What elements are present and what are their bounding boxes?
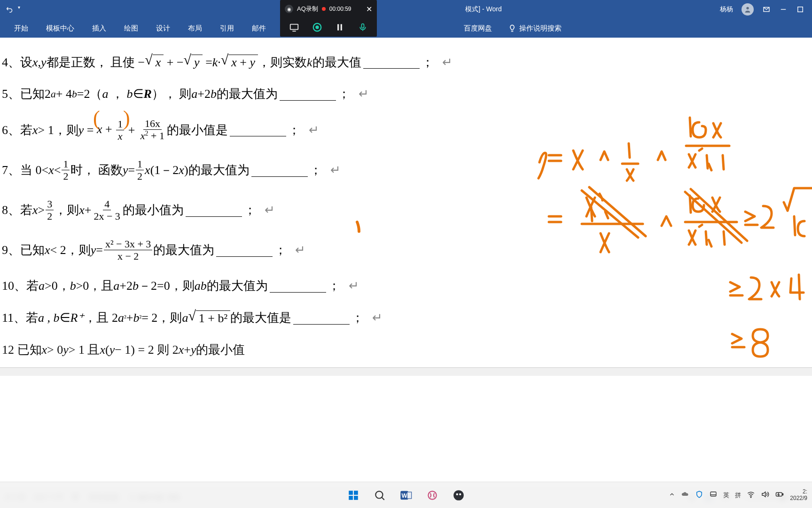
- tray-chevron-icon[interactable]: [669, 491, 675, 499]
- recorder-time: 00:00:59: [329, 6, 351, 12]
- problem-12: 12 已知 x > 0 y > 1 且 x ( y − 1) = 2 则 2 x…: [2, 342, 793, 357]
- minimize-icon[interactable]: [779, 5, 788, 14]
- svg-point-33: [751, 497, 752, 498]
- pilcrow-icon: ↵: [372, 310, 383, 325]
- pilcrow-icon: ↵: [330, 163, 341, 177]
- annotation-paren-right: ): [123, 106, 130, 131]
- problem-11: 11、若 a , b ∈ R⁺ ，且 2 a² + b² = 2，则 a √1 …: [2, 310, 793, 325]
- svg-rect-4: [290, 24, 298, 30]
- svg-point-28: [453, 490, 464, 500]
- svg-rect-21: [354, 496, 358, 500]
- var-k: k: [212, 55, 218, 70]
- svg-rect-19: [354, 491, 358, 495]
- search-button[interactable]: [369, 485, 390, 506]
- qat-customize-icon[interactable]: ▾: [18, 5, 26, 14]
- tray-security-icon[interactable]: [695, 490, 703, 500]
- p4-text2: ，则实数: [258, 55, 307, 70]
- taskbar-app2-icon[interactable]: [422, 485, 443, 506]
- recorder-pause-button[interactable]: [333, 20, 347, 34]
- recorder-record-button[interactable]: [310, 20, 324, 34]
- problem-5: 5、已知2a + 4b =2（ a ， b ∈ R ）， 则 a +2 b 的最…: [2, 87, 793, 101]
- p4-lead: 4、设: [2, 55, 32, 70]
- blank[interactable]: [280, 87, 336, 101]
- ribbon-options-icon[interactable]: [762, 5, 771, 14]
- p5-lead: 5、已知2: [2, 87, 51, 101]
- pilcrow-icon: ↵: [349, 278, 359, 293]
- titlebar: ▾ 高中高阶培训第 模式] - Word 杨杨: [0, 0, 812, 19]
- pilcrow-icon: ↵: [359, 87, 369, 101]
- tray-volume-icon[interactable]: [761, 490, 769, 500]
- recorder-app-name: AQ录制: [297, 5, 318, 13]
- recorder-app-icon: ◉: [285, 5, 293, 13]
- blank[interactable]: [270, 279, 326, 293]
- tray-ime2[interactable]: 拼: [735, 491, 741, 500]
- annotation-paren-left: (: [93, 106, 100, 131]
- blank[interactable]: [216, 244, 273, 257]
- pilcrow-icon: ↵: [309, 123, 319, 137]
- var-y: y: [41, 55, 47, 70]
- svg-point-29: [456, 493, 458, 495]
- undo-icon[interactable]: [6, 5, 14, 14]
- tab-insert[interactable]: 插入: [84, 19, 115, 38]
- doc-title-right: 模式] - Word: [465, 5, 502, 14]
- tell-me-label: 操作说明搜索: [519, 24, 562, 33]
- taskbar-app3-icon[interactable]: [448, 485, 469, 506]
- taskbar-word-icon[interactable]: W: [396, 485, 416, 506]
- document-body[interactable]: 4、设 x, y 都是正数， 且使 − √x + − √y = k · √x +…: [0, 38, 812, 374]
- tray-time[interactable]: 2:: [790, 489, 807, 495]
- username: 杨杨: [720, 5, 733, 14]
- avatar[interactable]: [742, 3, 754, 16]
- svg-point-22: [375, 491, 383, 498]
- tray-touchpad-icon[interactable]: [709, 490, 718, 500]
- tab-mailings[interactable]: 邮件: [243, 19, 274, 38]
- taskbar: W 英 拼 2: 2022/9: [0, 482, 812, 508]
- problem-4: 4、设 x, y 都是正数， 且使 − √x + − √y = k · √x +…: [2, 55, 793, 70]
- tray-onedrive-icon[interactable]: [681, 490, 689, 500]
- svg-rect-8: [337, 24, 339, 30]
- document-area: 4、设 x, y 都是正数， 且使 − √x + − √y = k · √x +…: [0, 38, 812, 486]
- p4-text1: 都是正数， 且使: [47, 55, 135, 70]
- svg-point-27: [428, 491, 436, 499]
- stray-ink: [354, 220, 364, 234]
- pilcrow-icon: ↵: [265, 203, 275, 217]
- tab-layout[interactable]: 布局: [180, 19, 211, 38]
- recorder-screen-button[interactable]: [287, 20, 301, 34]
- svg-point-30: [459, 493, 461, 495]
- tab-home[interactable]: 开始: [6, 19, 37, 38]
- screen-recorder: ◉ AQ录制 00:00:59 ✕: [280, 0, 377, 37]
- tab-draw[interactable]: 绘图: [116, 19, 147, 38]
- blank[interactable]: [186, 203, 242, 217]
- tell-me-search[interactable]: 操作说明搜索: [501, 19, 568, 38]
- problem-7: 7、当 0< x < 12 时， 函数 y = 12 x (1－2 x )的最大…: [2, 159, 793, 182]
- svg-rect-18: [349, 491, 353, 495]
- pilcrow-icon: ↵: [442, 55, 453, 70]
- horizontal-scrollbar[interactable]: [0, 367, 812, 376]
- problem-8: 8、若 x > 32 ，则 x + 42x − 3 的最小值为 ； ↵: [2, 198, 793, 222]
- tab-references[interactable]: 引用: [211, 19, 242, 38]
- blank[interactable]: [251, 163, 308, 177]
- maximize-icon[interactable]: [796, 5, 804, 14]
- tab-templates[interactable]: 模板中心: [38, 19, 83, 38]
- tray-ime1[interactable]: 英: [723, 491, 729, 500]
- svg-rect-35: [782, 494, 783, 495]
- svg-text:W: W: [401, 492, 407, 499]
- svg-point-7: [315, 25, 319, 29]
- recorder-mic-button[interactable]: [356, 20, 370, 34]
- blank[interactable]: [293, 311, 350, 325]
- tab-baidu[interactable]: 百度网盘: [455, 19, 500, 38]
- problem-9: 9、已知 x < 2，则 y = x² − 3x + 3x − 2 的最大值为 …: [2, 238, 793, 262]
- recorder-close-icon[interactable]: ✕: [366, 5, 372, 14]
- var-x: x: [32, 55, 38, 70]
- ribbon: 开始 模板中心 插入 绘图 设计 布局 引用 邮件 审阅 视 百度网盘 操作说明…: [0, 19, 812, 38]
- svg-rect-26: [407, 492, 411, 499]
- blank[interactable]: [230, 123, 286, 137]
- p4-text3: 的最大值: [312, 55, 361, 70]
- blank[interactable]: [363, 56, 420, 69]
- start-button[interactable]: [343, 485, 364, 506]
- problem-10: 10、若 a >0， b >0，且 a +2 b －2=0，则 ab 的最大值为…: [2, 278, 793, 293]
- p4-end: ；: [422, 55, 434, 70]
- tray-battery-icon[interactable]: [775, 490, 784, 500]
- tab-design[interactable]: 设计: [148, 19, 179, 38]
- tray-date[interactable]: 2022/9: [790, 495, 807, 501]
- tray-wifi-icon[interactable]: [747, 490, 755, 500]
